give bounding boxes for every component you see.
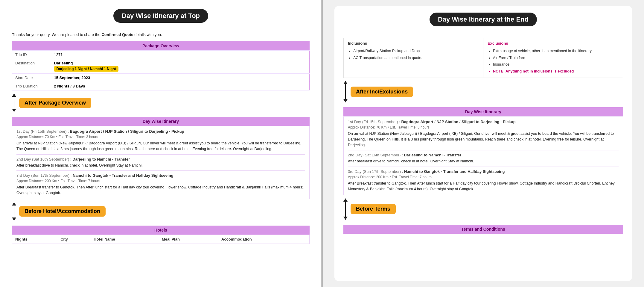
- inc-exc-table: Inclusions Airport/Railway Station Picku…: [343, 38, 623, 78]
- trip-duration-row: Trip Duration 2 Nights / 3 Days: [12, 82, 310, 90]
- hotels-table-left: Nights City Hotel Name Meal Plan Accommo…: [12, 235, 310, 244]
- right-title-area: Day Wise Itinerary at the End: [343, 13, 623, 33]
- left-title-badge: Day Wise Itinerary at Top: [113, 9, 208, 23]
- annotation-terms-wrapper: Before Terms: [343, 198, 623, 220]
- hotels-header-row: Nights City Hotel Name Meal Plan Accommo…: [12, 235, 310, 244]
- terms-header-right: Terms and Conditions: [343, 225, 623, 234]
- day3-label-left: 3rd Day: [16, 173, 30, 178]
- exclusion-3: Insurance: [493, 61, 619, 68]
- day2-label-right: 2nd Day: [348, 153, 362, 157]
- arrow-line-hotel: [14, 206, 14, 217]
- day2-route-right: Darjeeling to Namchi - Transfer: [404, 153, 461, 157]
- day-3-right: 3rd Day (Sun 17th September) : Namchi to…: [348, 169, 619, 192]
- intro-text-end: details with you.: [133, 32, 162, 37]
- destination-label: Destination: [12, 59, 51, 74]
- day1-label-left: 1st Day: [16, 129, 30, 134]
- trip-id-value: 1271: [51, 51, 310, 59]
- destination-value: Darjeeling Darjeeling 1 Night / Namchi 1…: [51, 59, 310, 74]
- day-2-right: 2nd Day (Sat 16th September) : Darjeelin…: [348, 153, 619, 164]
- arrow-up-hotel: [12, 202, 16, 206]
- right-arrow-down-terms: [343, 217, 348, 220]
- day2-date-right: (Sat 16th September): [363, 153, 401, 157]
- exclusion-1: Extra usage of vehicle, other than menti…: [493, 48, 619, 55]
- day2-label-left: 2nd Day: [16, 157, 31, 161]
- day3-label-right: 3rd Day: [348, 169, 362, 174]
- day1-desc-left: On arrival at NJP Station (New Jalpaigur…: [16, 141, 305, 152]
- day-itinerary-section-left: 1st Day (Fri 15th September) : Bagdogra …: [12, 126, 310, 199]
- day1-desc-right: On arrival at NJP Station (New Jalpaigur…: [348, 131, 619, 148]
- start-date-row: Start Date 15 September, 2023: [12, 74, 310, 82]
- hotels-col-nights: Nights: [12, 235, 58, 244]
- day-1-right: 1st Day (Fri 15th September) : Bagdogra …: [348, 120, 619, 148]
- day2-desc-right: After breakfast drive to Namchi. check i…: [348, 158, 619, 164]
- right-arrow-down-inc: [343, 99, 348, 102]
- inclusion-1: Airport/Railway Station Pickup and Drop: [353, 48, 479, 55]
- exclusion-4: NOTE: Anything not in inclusions is excl…: [493, 68, 619, 75]
- day1-separator-left: :: [68, 129, 70, 134]
- arrow-line-package: [14, 97, 14, 109]
- exclusion-2: Air Fare / Train fare: [493, 55, 619, 61]
- annotation-package-wrapper: After Package Overview: [12, 93, 310, 112]
- day1-date-left: (Fri 15th September): [31, 129, 67, 134]
- intro-bold: Confirmed Quote: [101, 32, 133, 37]
- day2-date-left: (Sat 16th September): [32, 157, 69, 161]
- day-3-left: 3rd Day (Sun 17th September) : Namchi to…: [16, 173, 305, 196]
- hotels-col-city: City: [57, 235, 91, 244]
- day1-route-left: Bagdogra Airport / NJP Station / Siligur…: [70, 129, 184, 134]
- hotels-col-name: Hotel Name: [91, 235, 159, 244]
- start-date-label: Start Date: [12, 74, 51, 82]
- package-overview-table: Package Overview Trip ID 1271 Destinatio…: [12, 41, 310, 90]
- annotation-hotel: Before Hotel/Accommodation: [19, 206, 106, 217]
- day-2-left: 2nd Day (Sat 16th September) : Darjeelin…: [16, 157, 305, 168]
- right-arrow-up-terms: [343, 198, 348, 202]
- right-title-badge: Day Wise Itinerary at the End: [430, 13, 537, 26]
- day2-route-left: Darjeeling to Namchi - Transfer: [72, 157, 130, 161]
- inclusions-header: Inclusions: [348, 41, 479, 46]
- annotation-hotel-wrapper: Before Hotel/Accommodation: [12, 202, 310, 221]
- day-itinerary-header-right: Day Wise Itinerary: [343, 107, 623, 116]
- inclusions-list: Airport/Railway Station Pickup and Drop …: [348, 48, 479, 61]
- right-double-arrow-inc: [343, 81, 348, 102]
- trip-duration-value: 2 Nights / 3 Days: [51, 82, 310, 90]
- destination-row: Destination Darjeeling Darjeeling 1 Nigh…: [12, 59, 310, 74]
- right-double-arrow-terms: [343, 198, 348, 220]
- intro-paragraph: Thanks for your query. We are pleased to…: [12, 32, 310, 37]
- package-overview-header: Package Overview: [12, 41, 309, 50]
- trip-id-row: Trip ID 1271: [12, 51, 310, 59]
- annotation-package: After Package Overview: [19, 98, 91, 108]
- arrow-up-package: [12, 93, 16, 97]
- left-panel: Day Wise Itinerary at Top Thanks for you…: [0, 0, 322, 287]
- day3-desc-left: After Breakfast transfer to Gangtok. The…: [16, 185, 305, 196]
- day-itinerary-header-left: Day Wise Itinerary: [12, 117, 310, 126]
- inc-exc-row: Inclusions Airport/Railway Station Picku…: [344, 38, 623, 78]
- day3-separator-left: :: [71, 173, 73, 178]
- day1-date-right: (Fri 15th September): [362, 120, 398, 124]
- day3-date-left: (Sun 17th September): [31, 173, 69, 178]
- right-inner: Day Wise Itinerary at the End Inclusions…: [334, 6, 632, 281]
- day3-meta-left: Approx Distance: 200 Km • Est. Travel Ti…: [16, 179, 305, 183]
- left-title-area: Day Wise Itinerary at Top: [12, 9, 310, 29]
- exclusions-list: Extra usage of vehicle, other than menti…: [488, 48, 619, 75]
- intro-text-start: Thanks for your query. We are pleased to…: [12, 32, 101, 37]
- inclusion-2: AC Transportation as mentioned in quote.: [353, 55, 479, 61]
- right-panel: Day Wise Itinerary at the End Inclusions…: [322, 0, 644, 287]
- day1-meta-left: Approx Distance: 70 Km • Est. Travel Tim…: [16, 135, 305, 139]
- day3-route-right: Namchi to Gangtok - Transfer and Halfday…: [404, 169, 505, 174]
- annotation-inc-exc-wrapper: After Inc/Exclusions: [343, 81, 623, 102]
- right-arrow-up-inc: [343, 81, 348, 84]
- inclusions-cell: Inclusions Airport/Railway Station Picku…: [344, 38, 483, 78]
- exclusions-header: Exclusions: [488, 41, 619, 46]
- trip-duration-label: Trip Duration: [12, 82, 51, 90]
- right-arrow-line-inc: [345, 84, 346, 99]
- day2-desc-left: After breakfast drive to Namchi. check i…: [16, 163, 305, 168]
- day1-label-right: 1st Day: [348, 120, 361, 124]
- hotels-col-accommodation: Accommodation: [218, 235, 310, 244]
- right-arrow-line-terms: [345, 202, 346, 217]
- double-arrow-package: [12, 93, 16, 112]
- arrow-down-package: [12, 109, 16, 112]
- day3-desc-right: After Breakfast transfer to Gangtok. The…: [348, 181, 619, 192]
- destination-badge: Darjeeling 1 Night / Namchi 1 Night: [54, 66, 118, 72]
- day1-route-right: Bagdogra Airport / NJP Station / Siligur…: [401, 120, 516, 124]
- start-date-value: 15 September, 2023: [51, 74, 310, 82]
- day1-meta-right: Approx Distance: 70 Km • Est. Travel Tim…: [348, 125, 619, 129]
